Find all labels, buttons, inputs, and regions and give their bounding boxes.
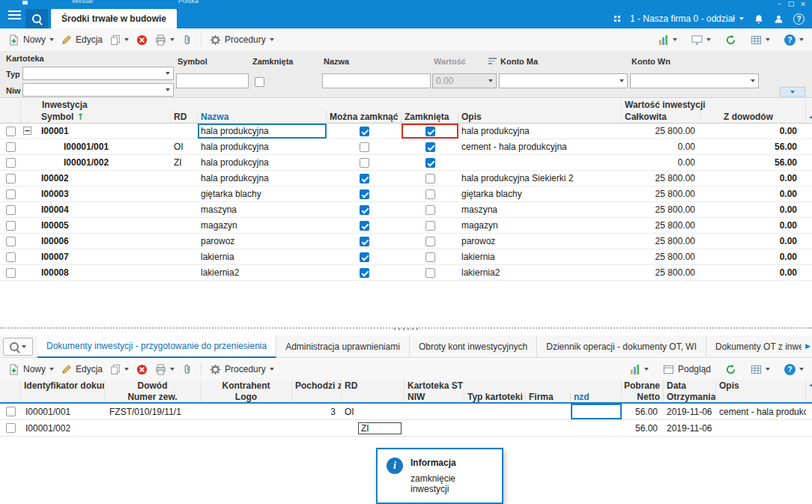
row-checkbox[interactable] (6, 407, 16, 416)
procedures-button[interactable]: Procedury (206, 362, 278, 377)
column-header-nazwa[interactable]: Nazwa (198, 111, 327, 123)
wartosc-combobox[interactable]: 0.00 (432, 73, 497, 88)
help-icon[interactable]: ? (793, 13, 805, 25)
zamknieta-checkbox[interactable] (425, 221, 435, 231)
attachment-button[interactable] (178, 362, 196, 377)
scroll-left-icon[interactable]: ◀ (809, 382, 812, 389)
cell-rd[interactable]: OI (342, 404, 405, 419)
row-checkbox[interactable] (6, 268, 16, 278)
delete-button[interactable] (133, 32, 151, 48)
mozna-zamknac-checkbox[interactable] (360, 237, 369, 246)
table-row[interactable]: I00001/002 ZI 56.00 2019-11-06 (0, 420, 812, 437)
konto-wn-combobox[interactable] (630, 73, 759, 88)
table-row[interactable]: I00001/001 FZST/010/19/11/1 3 OI 56.00 2… (0, 404, 812, 420)
cell-nazwa[interactable]: lakiernia2 (198, 265, 327, 280)
panel-splitter[interactable] (0, 325, 812, 331)
help-button[interactable]: ? (781, 32, 808, 48)
column-header-dowod[interactable]: Dowód (105, 380, 201, 391)
table-row[interactable]: I00003 giętarka blachy giętarka blachy 2… (0, 186, 812, 202)
cell-nazwa[interactable]: giętarka blachy (198, 186, 327, 201)
column-header-data[interactable]: Data (664, 380, 716, 391)
zamknieta-checkbox[interactable] (425, 252, 435, 262)
column-header-symbol[interactable]: Symbol↑ (21, 111, 171, 123)
mozna-zamknac-checkbox[interactable] (360, 158, 369, 168)
row-checkbox[interactable] (6, 205, 16, 215)
zamknieta-checkbox[interactable] (425, 127, 435, 136)
table-row[interactable]: I00008 lakiernia2 lakiernia2 25 800.00 0… (0, 265, 812, 281)
search-button[interactable] (25, 9, 48, 28)
chart-button[interactable] (625, 362, 652, 377)
cell-rd[interactable]: ZI (342, 420, 405, 436)
mozna-zamknac-checkbox[interactable] (360, 205, 369, 215)
chart-button[interactable] (654, 32, 681, 48)
column-header-numer-zew[interactable]: Numer zew. (105, 391, 201, 402)
column-header-z-dowodow[interactable]: Z dowodów (701, 111, 806, 123)
niw-combobox[interactable] (22, 83, 174, 97)
company-selector[interactable]: 1 - Nasza firma 0 - oddział (630, 13, 744, 24)
cell-nazwa[interactable]: hala produkcyjna (198, 171, 327, 186)
zamknieta-checkbox[interactable] (425, 237, 435, 246)
cell-nazwa[interactable]: hala produkcyjna (198, 139, 327, 154)
close-button[interactable]: × (797, 0, 809, 7)
column-header-otrzymania[interactable]: Otrzymania (664, 391, 716, 402)
mozna-zamknac-checkbox[interactable] (360, 127, 369, 136)
cell-nazwa[interactable]: maszyna (198, 202, 327, 217)
row-checkbox[interactable] (6, 237, 16, 246)
refresh-button[interactable] (721, 32, 740, 48)
bottom-panel-tab[interactable]: Administracja uprawnieniami (276, 336, 410, 358)
preview-button[interactable]: Podgląd (659, 362, 715, 377)
row-checkbox[interactable] (6, 189, 16, 199)
table-row[interactable]: I00007 lakiernia lakiernia 25 800.00 0.0… (0, 249, 812, 265)
row-checkbox[interactable] (6, 221, 16, 231)
scroll-left-icon[interactable]: ◀ (809, 114, 812, 121)
delete-button[interactable] (133, 362, 151, 377)
minimize-button[interactable]: – (773, 0, 785, 7)
table-row[interactable]: I00002 hala produkcyjna hala produkcyjna… (0, 171, 812, 186)
nazwa-filter-input[interactable] (322, 73, 431, 88)
column-header-mozna-zamknac[interactable]: Można zamknąć (327, 111, 402, 123)
column-header-id[interactable]: Identyfikator dokum↑ (21, 380, 105, 391)
user-profile-icon[interactable] (774, 14, 784, 24)
new-button[interactable]: Nowy (4, 362, 58, 377)
column-header-pochodzi-z-fk[interactable]: Pochodzi z FK (292, 380, 342, 391)
collapse-filter-button[interactable] (780, 87, 805, 97)
zamknieta-checkbox[interactable] (425, 174, 435, 183)
column-header-zamknieta[interactable]: Zamknięta (402, 111, 458, 123)
cell-nazwa[interactable]: parowoz (198, 234, 327, 249)
symbol-filter-input[interactable] (176, 73, 249, 88)
zamknieta-checkbox[interactable] (425, 205, 435, 215)
bottom-panel-tab[interactable]: Dokumenty inwestycji - przygotowanie do … (37, 336, 276, 358)
mozna-zamknac-checkbox[interactable] (360, 142, 369, 152)
zamknieta-checkbox[interactable] (425, 189, 435, 199)
zamknieta-checkbox[interactable] (425, 142, 435, 152)
column-header-typ-kartoteki[interactable]: Typ kartoteki (464, 391, 526, 402)
column-header-firma[interactable]: Firma (526, 391, 571, 402)
table-row[interactable]: − I00001 hala produkcyjna hala produkcyj… (0, 124, 812, 139)
cell-nzd[interactable] (571, 404, 622, 419)
new-button[interactable]: Nowy (4, 32, 58, 48)
row-checkbox[interactable] (6, 158, 16, 168)
row-checkbox[interactable] (6, 142, 16, 152)
refresh-button[interactable] (721, 362, 740, 377)
mozna-zamknac-checkbox[interactable] (360, 174, 369, 183)
bottom-panel-tab[interactable]: Dziennik operacji - dokumenty OT, WI (537, 336, 706, 358)
konto-ma-combobox[interactable] (499, 73, 628, 88)
bottom-panel-tab[interactable]: Obroty kont inwestycyjnych (410, 336, 537, 358)
zoom-menu-button[interactable] (3, 338, 33, 356)
mozna-zamknac-checkbox[interactable] (360, 221, 369, 231)
column-header-niw[interactable]: NIW (405, 391, 464, 402)
row-checkbox[interactable] (6, 252, 16, 262)
attachment-button[interactable] (178, 32, 196, 47)
row-checkbox[interactable] (6, 174, 16, 183)
bottom-panel-tab[interactable]: Dokumenty OT z inwestycji (706, 336, 802, 358)
zamknieta-filter-checkbox[interactable] (255, 77, 264, 87)
help-button[interactable]: ? (781, 362, 808, 377)
table-row[interactable]: I00001/002 ZI hala produkcyjna 0.00 56.0… (0, 155, 812, 171)
expand-toggle[interactable]: − (23, 127, 31, 135)
mozna-zamknac-checkbox[interactable] (360, 252, 369, 262)
column-header-nzd[interactable]: nzd (571, 391, 622, 402)
grid-dots-icon[interactable] (614, 16, 620, 22)
filter-icon[interactable] (488, 58, 497, 64)
column-header-kartoteka-st[interactable]: Kartoteka ST (405, 380, 622, 391)
grid-settings-button[interactable] (747, 32, 774, 48)
